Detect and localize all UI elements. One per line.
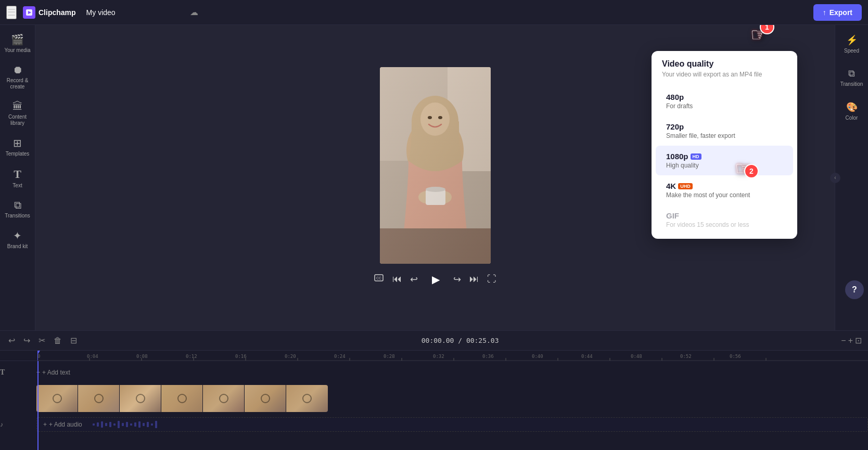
cut-button[interactable]: ✂ <box>36 333 47 348</box>
right-panel: ‹ ⚡ Speed ⧉ Transition 🎨 Color ? <box>835 25 868 330</box>
split-button[interactable]: ⊟ <box>68 333 79 348</box>
panel-item-speed[interactable]: ⚡ Speed <box>837 29 867 59</box>
timeline-tracks: T + + Add text <box>0 361 868 450</box>
ruler-svg: 0 0:04 0:08 0:12 0:16 0:20 0:24 0:28 0:3… <box>37 351 868 361</box>
content-library-icon: 🏛 <box>12 100 23 112</box>
panel-item-transition[interactable]: ⧉ Transition <box>837 63 867 92</box>
svg-rect-52 <box>97 422 99 427</box>
video-title-input[interactable] <box>82 6 182 19</box>
redo-button[interactable]: ↪ <box>21 333 32 348</box>
sidebar-item-content-library-label: Content library <box>4 114 31 126</box>
text-icon: T <box>14 168 21 181</box>
add-text-button[interactable]: + + Add text <box>36 369 70 376</box>
sidebar-item-your-media[interactable]: 🎬 Your media <box>2 29 33 58</box>
app-logo[interactable]: Clipchamp <box>23 6 76 19</box>
preview-container <box>380 67 491 264</box>
quality-480p-label: 480p <box>666 93 783 101</box>
speed-icon: ⚡ <box>846 34 858 46</box>
quality-option-720p[interactable]: 720p Smaller file, faster export <box>656 116 793 146</box>
brand-kit-icon: ✦ <box>13 229 22 242</box>
thumb-ring-4 <box>177 394 187 403</box>
topbar-left: ☰ Clipchamp ☁ <box>6 6 198 19</box>
topbar-right: ↑ Export <box>813 4 862 21</box>
text-track-icon: T <box>0 368 5 377</box>
timeline-time-display: 00:00.00 / 00:25.03 <box>83 337 837 344</box>
record-create-icon: ⏺ <box>12 64 23 76</box>
sidebar-item-record-create[interactable]: ⏺ Record &create <box>2 60 33 94</box>
cursor-annotation-1: ☞ 1 <box>750 25 767 46</box>
your-media-icon: 🎬 <box>11 33 24 46</box>
text-track-label: T <box>0 368 36 377</box>
svg-text:CC: CC <box>376 276 381 280</box>
forward-button[interactable]: ↪ <box>453 274 461 285</box>
sidebar-item-text[interactable]: T Text <box>2 163 33 193</box>
quality-720p-sub: Smaller file, faster export <box>666 132 783 139</box>
svg-rect-55 <box>109 422 111 427</box>
hamburger-button[interactable]: ☰ <box>6 6 17 19</box>
panel-item-color[interactable]: 🎨 Color <box>837 96 867 126</box>
zoom-out-button[interactable]: − <box>841 336 846 345</box>
sidebar-item-transitions[interactable]: ⧉ Transitions <box>2 195 33 223</box>
rewind-button[interactable]: ↩ <box>410 274 418 285</box>
sidebar-item-your-media-label: Your media <box>4 47 30 54</box>
transition-icon: ⧉ <box>848 68 855 79</box>
quality-option-4k[interactable]: 4K UHD Make the most of your content <box>656 175 793 205</box>
audio-track-row: ♪ + + Add audio <box>0 415 868 434</box>
quality-option-480p[interactable]: 480p For drafts <box>656 86 793 116</box>
svg-text:0:40: 0:40 <box>532 354 543 359</box>
main-area: 🎬 Your media ⏺ Record &create 🏛 Content … <box>0 25 868 330</box>
quality-1080p-sub: High quality <box>666 162 783 169</box>
skip-back-button[interactable]: ⏮ <box>392 274 402 285</box>
svg-text:0:24: 0:24 <box>334 354 346 359</box>
color-icon: 🎨 <box>846 101 858 113</box>
timeline-ruler: 0 0:04 0:08 0:12 0:16 0:20 0:24 0:28 0:3… <box>0 351 868 361</box>
video-controls: CC ⏮ ↩ ▶ ↪ ⏭ ⛶ <box>374 270 496 289</box>
svg-text:0:04: 0:04 <box>87 354 98 359</box>
color-label: Color <box>846 115 858 121</box>
collapse-arrow[interactable]: ‹ <box>830 173 840 183</box>
captions-button[interactable]: CC <box>374 273 384 286</box>
fullscreen-button[interactable]: ⛶ <box>487 274 496 285</box>
sidebar-item-templates[interactable]: ⊞ Templates <box>2 133 33 161</box>
svg-rect-58 <box>122 423 124 426</box>
transitions-icon: ⧉ <box>14 199 21 211</box>
svg-rect-56 <box>113 423 116 426</box>
svg-rect-63 <box>143 423 145 426</box>
export-icon: ↑ <box>823 8 826 17</box>
svg-text:0:52: 0:52 <box>680 354 692 359</box>
skip-forward-button[interactable]: ⏭ <box>469 274 479 285</box>
help-button[interactable]: ? <box>845 280 864 299</box>
sidebar: 🎬 Your media ⏺ Record &create 🏛 Content … <box>0 25 35 330</box>
sidebar-item-record-create-label: Record &create <box>7 78 29 90</box>
app-name: Clipchamp <box>39 8 76 17</box>
quality-option-gif: GIF For videos 15 seconds or less <box>656 205 793 235</box>
play-button[interactable]: ▶ <box>426 270 445 289</box>
quality-4k-sub: Make the most of your content <box>666 191 783 199</box>
add-audio-button[interactable]: + + Add audio <box>37 421 88 428</box>
sidebar-item-transitions-label: Transitions <box>5 213 30 219</box>
audio-waveform <box>93 419 457 430</box>
sidebar-item-templates-label: Templates <box>6 151 30 157</box>
add-audio-label: + Add audio <box>49 421 82 428</box>
video-thumb-2 <box>78 385 120 412</box>
thumb-ring-5 <box>219 394 228 403</box>
delete-button[interactable]: 🗑 <box>52 334 64 348</box>
sidebar-item-text-label: Text <box>12 183 22 189</box>
svg-text:0:44: 0:44 <box>581 354 593 359</box>
sidebar-item-content-library[interactable]: 🏛 Content library <box>2 96 33 131</box>
undo-button[interactable]: ↩ <box>6 333 17 348</box>
zoom-fit-button[interactable]: ⊡ <box>855 336 862 345</box>
thumb-ring-3 <box>136 394 145 403</box>
quality-option-1080p[interactable]: 1080p HD High quality <box>656 146 793 175</box>
svg-rect-60 <box>130 423 132 426</box>
topbar: ☰ Clipchamp ☁ ↑ Export <box>0 0 868 25</box>
svg-rect-62 <box>138 421 141 428</box>
video-strip[interactable] <box>36 385 328 412</box>
sidebar-item-brand-kit[interactable]: ✦ Brand kit <box>2 225 33 254</box>
zoom-in-button[interactable]: + <box>848 336 853 345</box>
svg-text:0:32: 0:32 <box>433 354 444 359</box>
export-button[interactable]: ↑ Export <box>813 4 862 21</box>
thumb-ring-7 <box>302 394 312 403</box>
speed-label: Speed <box>844 48 859 54</box>
canvas-area: CC ⏮ ↩ ▶ ↪ ⏭ ⛶ Video quality Your video … <box>35 25 835 330</box>
